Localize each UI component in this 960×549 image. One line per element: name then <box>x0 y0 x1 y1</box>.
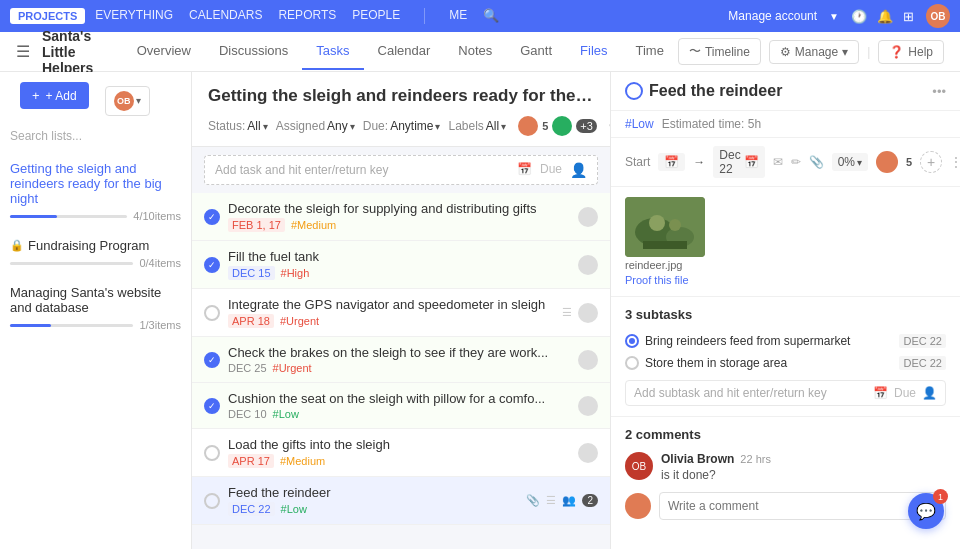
bell-icon[interactable]: 🔔 <box>877 9 893 24</box>
task-item[interactable]: ✓ Decorate the sleigh for supplying and … <box>192 193 610 241</box>
detail-avatar-1 <box>876 151 898 173</box>
task-checkbox-2[interactable]: ✓ <box>204 257 220 273</box>
chevron-labels: ▾ <box>501 121 506 132</box>
tab-gantt[interactable]: Gantt <box>506 33 566 70</box>
chat-button[interactable]: 💬 1 <box>908 493 944 529</box>
sidebar-item-list-1[interactable]: Getting the sleigh and reindeers ready f… <box>0 153 191 230</box>
task-checkbox-7[interactable] <box>204 493 220 509</box>
subtask-item-1[interactable]: Bring reindeers feed from supermarket DE… <box>625 330 946 352</box>
add-button[interactable]: + + Add <box>20 82 89 109</box>
detail-task-checkbox[interactable] <box>625 82 643 100</box>
chevron-percent: ▾ <box>857 157 862 168</box>
second-nav-right: 〜 Timeline ⚙ Manage ▾ | ❓ Help <box>678 38 944 65</box>
sidebar-item-list-3[interactable]: Managing Santa's website and database 1/… <box>0 277 191 339</box>
avatar-small: OB <box>114 91 134 111</box>
subtask-checkbox-2[interactable] <box>625 356 639 370</box>
task-filters: Status: All ▾ Assigned Any ▾ Due: Anytim… <box>208 116 594 136</box>
nav-calendars[interactable]: CALENDARS <box>189 8 262 24</box>
attach-icon-2[interactable]: 📎 <box>809 155 824 169</box>
filter-due[interactable]: Due: Anytime ▾ <box>363 119 441 133</box>
nav-search-icon[interactable]: 🔍 <box>483 8 499 24</box>
people-icon: 👥 <box>562 494 576 507</box>
detail-kebab[interactable]: ⋮ <box>950 155 960 169</box>
task-avatar-5 <box>578 396 598 416</box>
task-checkbox-1[interactable]: ✓ <box>204 209 220 225</box>
task-item[interactable]: Feed the reindeer DEC 22 #Low 📎 ☰ 👥 2 <box>192 477 610 525</box>
filter-status[interactable]: Status: All ▾ <box>208 119 268 133</box>
task-checkbox-4[interactable]: ✓ <box>204 352 220 368</box>
pencil-icon[interactable]: ✏ <box>791 155 801 169</box>
add-task-right: 📅 Due 👤 <box>517 162 587 178</box>
chevron-down-icon: ▾ <box>842 45 848 59</box>
tab-files[interactable]: Files <box>566 33 621 70</box>
subtask-item-2[interactable]: Store them in storage area DEC 22 <box>625 352 946 374</box>
grid-icon[interactable]: ⊞ <box>903 9 914 24</box>
task-item[interactable]: ✓ Fill the fuel tank DEC 15 #High <box>192 241 610 289</box>
timeline-button[interactable]: 〜 Timeline <box>678 38 761 65</box>
add-subtask-row[interactable]: Add subtask and hit enter/return key 📅 D… <box>625 380 946 406</box>
filter-assigned[interactable]: Assigned Any ▾ <box>276 119 355 133</box>
task-info-7: Feed the reindeer DEC 22 #Low <box>228 485 518 516</box>
comment-icon[interactable]: ✉ <box>773 155 783 169</box>
detail-more-icon[interactable]: ••• <box>932 84 946 99</box>
task-right-5 <box>578 396 598 416</box>
tab-tasks[interactable]: Tasks <box>302 33 363 70</box>
tab-overview[interactable]: Overview <box>123 33 205 70</box>
percent-chip[interactable]: 0% ▾ <box>832 153 868 171</box>
sidebar-item-list-2[interactable]: 🔒 Fundraising Program 0/4items <box>0 230 191 277</box>
task-item[interactable]: Integrate the GPS navigator and speedome… <box>192 289 610 337</box>
end-date-chip[interactable]: Dec 22 📅 <box>713 146 764 178</box>
task-meta-1: FEB 1, 17 #Medium <box>228 218 570 232</box>
task-avatar-2 <box>578 255 598 275</box>
avatar-dropdown[interactable]: OB ▾ <box>105 86 150 116</box>
proof-link[interactable]: Proof this file <box>625 274 689 286</box>
svg-rect-5 <box>643 241 687 249</box>
tab-time[interactable]: Time <box>622 33 678 70</box>
tab-notes[interactable]: Notes <box>444 33 506 70</box>
task-checkbox-6[interactable] <box>204 445 220 461</box>
sidebar-toggle[interactable]: ☰ <box>16 42 30 61</box>
filter-labels[interactable]: Labels All ▾ <box>448 119 506 133</box>
task-checkbox-3[interactable] <box>204 305 220 321</box>
search-lists[interactable]: Search lists... <box>10 129 181 143</box>
avatar-chevron: ▾ <box>136 95 141 106</box>
comment-input[interactable] <box>659 492 946 520</box>
user-avatar[interactable]: OB <box>926 4 950 28</box>
svg-point-3 <box>649 215 665 231</box>
plus-icon: + <box>32 88 40 103</box>
projects-label[interactable]: PROJECTS <box>10 8 85 24</box>
task-meta-7: DEC 22 #Low <box>228 502 518 516</box>
list-progress-1: 4/10items <box>10 210 181 222</box>
task-item[interactable]: Load the gifts into the sleigh APR 17 #M… <box>192 429 610 477</box>
task-info-3: Integrate the GPS navigator and speedome… <box>228 297 554 328</box>
add-assignee-button[interactable]: + <box>920 151 942 173</box>
help-button[interactable]: ❓ Help <box>878 40 944 64</box>
top-nav-right: Manage account ▼ 🕐 🔔 ⊞ OB <box>728 4 950 28</box>
list-progress-2: 0/4items <box>10 257 181 269</box>
nav-everything[interactable]: EVERYTHING <box>95 8 173 24</box>
tab-calendar[interactable]: Calendar <box>364 33 445 70</box>
nav-me[interactable]: ME <box>449 8 467 24</box>
clock-icon[interactable]: 🕐 <box>851 9 867 24</box>
start-date-chip[interactable]: 📅 <box>658 153 685 171</box>
manage-button[interactable]: ⚙ Manage ▾ <box>769 40 859 64</box>
list-name-2: 🔒 Fundraising Program <box>10 238 181 253</box>
task-right-2 <box>578 255 598 275</box>
calendar-icon: 📅 <box>517 162 532 178</box>
subtask-checkbox-1[interactable] <box>625 334 639 348</box>
subtask-add-right: 📅 Due 👤 <box>873 386 937 400</box>
task-checkbox-5[interactable]: ✓ <box>204 398 220 414</box>
manage-account[interactable]: Manage account <box>728 9 817 23</box>
task-item[interactable]: ✓ Check the brakes on the sleigh to see … <box>192 337 610 383</box>
nav-reports[interactable]: REPORTS <box>278 8 336 24</box>
list-name-3: Managing Santa's website and database <box>10 285 181 315</box>
task-info-4: Check the brakes on the sleigh to see if… <box>228 345 570 374</box>
add-task-row[interactable]: Add task and hit enter/return key 📅 Due … <box>204 155 598 185</box>
tab-discussions[interactable]: Discussions <box>205 33 302 70</box>
task-item[interactable]: ✓ Cushion the seat on the sleigh with pi… <box>192 383 610 429</box>
nav-people[interactable]: PEOPLE <box>352 8 400 24</box>
chevron-status: ▾ <box>263 121 268 132</box>
task-right-4 <box>578 350 598 370</box>
top-nav-items: EVERYTHING CALENDARS REPORTS PEOPLE ME 🔍 <box>95 8 499 24</box>
chevron-assigned: ▾ <box>350 121 355 132</box>
